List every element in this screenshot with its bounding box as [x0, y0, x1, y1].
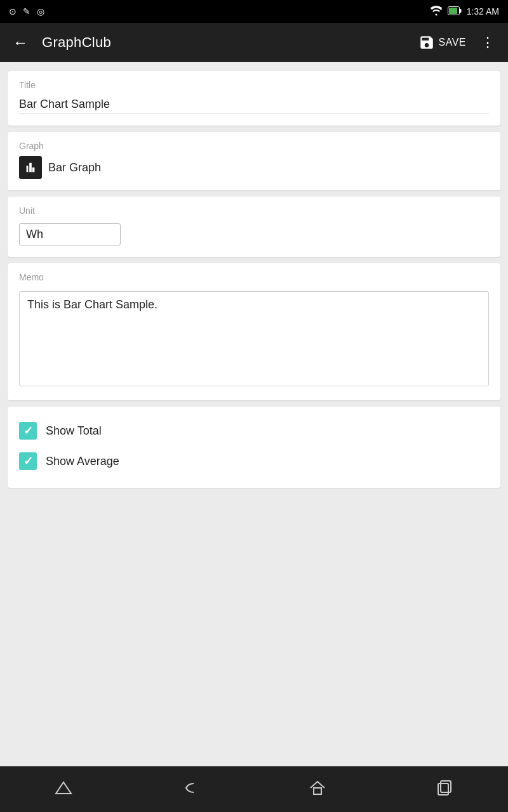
save-button[interactable]: SAVE [418, 34, 467, 51]
android-icon: ◎ [37, 6, 44, 16]
up-icon [54, 778, 73, 801]
home-icon [308, 778, 327, 801]
nav-back-button[interactable] [171, 770, 210, 808]
title-label: Title [19, 80, 489, 90]
nav-up-button[interactable] [44, 770, 83, 808]
bottom-nav [0, 766, 508, 812]
wifi-icon [430, 6, 443, 18]
pencil-icon: ✎ [23, 6, 30, 16]
svg-rect-1 [449, 8, 457, 14]
more-button[interactable]: ⋮ [474, 29, 502, 56]
show-average-checkbox[interactable] [19, 452, 37, 470]
content-area: Title Graph Bar Graph Unit Memo This is … [0, 62, 508, 766]
svg-rect-4 [314, 788, 321, 794]
show-total-checkbox[interactable] [19, 422, 37, 440]
status-bar-right: 1:32 AM [430, 6, 499, 18]
nav-home-button[interactable] [298, 770, 337, 808]
unit-card: Unit [8, 197, 500, 257]
unit-label: Unit [19, 206, 489, 216]
checkboxes-card: Show Total Show Average [8, 407, 500, 488]
battery-icon [448, 6, 462, 17]
app-bar-title: GraphClub [42, 34, 411, 51]
recents-icon [435, 778, 454, 801]
svg-marker-3 [56, 782, 71, 794]
show-total-row: Show Total [19, 416, 489, 446]
show-average-row: Show Average [19, 446, 489, 476]
status-bar-left: ⊙ ✎ ◎ [9, 6, 44, 16]
svg-rect-6 [441, 781, 451, 792]
svg-rect-2 [460, 9, 462, 13]
nav-recents-button[interactable] [425, 770, 464, 808]
back-button[interactable]: ← [6, 29, 34, 56]
show-total-label: Show Total [46, 424, 102, 438]
save-icon [418, 34, 435, 51]
show-average-label: Show Average [46, 455, 119, 468]
save-label: SAVE [439, 37, 467, 48]
memo-card: Memo This is Bar Chart Sample. [8, 263, 500, 400]
memo-label: Memo [19, 272, 489, 282]
title-input[interactable] [19, 95, 489, 114]
memo-input[interactable]: This is Bar Chart Sample. [19, 291, 489, 386]
graph-selector[interactable]: Bar Graph [19, 156, 489, 179]
bar-graph-icon [19, 156, 42, 179]
title-card: Title [8, 71, 500, 126]
circle-icon: ⊙ [9, 6, 17, 16]
unit-input[interactable] [19, 223, 121, 246]
graph-type-label: Bar Graph [48, 161, 101, 174]
back-icon [181, 778, 200, 801]
app-bar: ← GraphClub SAVE ⋮ [0, 23, 508, 62]
graph-label: Graph [19, 141, 489, 151]
status-time: 1:32 AM [467, 6, 499, 16]
svg-rect-5 [438, 783, 448, 795]
status-bar: ⊙ ✎ ◎ 1:32 AM [0, 0, 508, 23]
graph-card: Graph Bar Graph [8, 132, 500, 190]
